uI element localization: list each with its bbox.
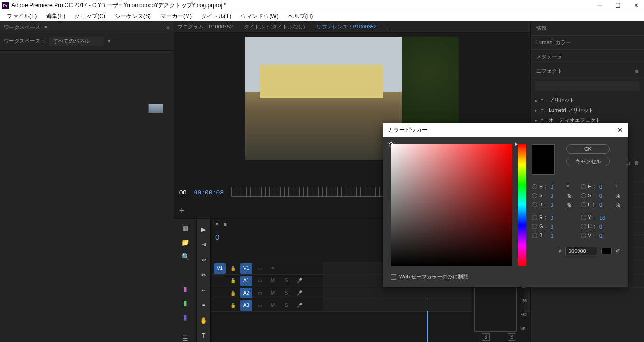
solo-right[interactable]: S: [508, 333, 516, 341]
lock-icon[interactable]: 🔒: [227, 300, 239, 311]
effects-search-input[interactable]: [535, 81, 639, 91]
folder-icon[interactable]: 📁: [181, 239, 189, 246]
v-value[interactable]: 0: [599, 233, 614, 239]
add-button-left[interactable]: +: [179, 206, 185, 216]
websafe-checkbox[interactable]: [391, 274, 396, 280]
media-thumbnail[interactable]: [148, 104, 163, 113]
toggle-sync-icon[interactable]: ▭: [253, 300, 266, 311]
radio-h[interactable]: [532, 184, 537, 189]
panel-info[interactable]: 情報: [531, 21, 644, 36]
g-value[interactable]: 0: [551, 224, 565, 230]
effects-lumetri-presets[interactable]: ▸🗀Lumetri プリセット: [535, 105, 639, 115]
panel-menu-icon[interactable]: ≡: [388, 24, 391, 29]
source-v1[interactable]: V1: [214, 263, 226, 274]
voice-over-icon[interactable]: 🎤: [293, 300, 306, 311]
panel-menu-icon[interactable]: ≡: [44, 24, 47, 30]
list-view-icon[interactable]: ☰: [182, 334, 188, 342]
radio-v[interactable]: [581, 233, 586, 238]
l-value[interactable]: 0: [599, 202, 614, 208]
radio-r[interactable]: [532, 215, 537, 220]
track-color-1[interactable]: ▮: [183, 285, 187, 293]
lock-icon[interactable]: 🔒: [227, 276, 239, 286]
panel-menu-icon[interactable]: ≡: [635, 68, 638, 74]
trash-icon[interactable]: 🗑: [634, 160, 639, 166]
u-value[interactable]: 0: [599, 224, 614, 230]
voice-over-icon[interactable]: 🎤: [293, 276, 306, 286]
s2-value[interactable]: 0: [599, 193, 614, 199]
hex-input[interactable]: [565, 247, 597, 255]
mute-button[interactable]: M: [267, 288, 279, 298]
dialog-titlebar[interactable]: カラーピッカー ✕: [383, 123, 628, 137]
b-value[interactable]: 0: [551, 202, 565, 208]
voice-over-icon[interactable]: 🎤: [293, 288, 306, 298]
radio-b[interactable]: [532, 202, 537, 207]
project-icon[interactable]: ▦: [182, 224, 188, 232]
menu-clip[interactable]: クリップ(C): [70, 11, 110, 22]
menu-edit[interactable]: 編集(E): [41, 11, 70, 22]
bb-value[interactable]: 0: [551, 233, 565, 239]
slip-tool[interactable]: ↔: [198, 285, 209, 295]
h2-value[interactable]: 0: [599, 184, 614, 190]
radio-s2[interactable]: [581, 193, 586, 198]
target-v1[interactable]: V1: [240, 263, 252, 274]
menu-window[interactable]: ウィンドウ(W): [236, 11, 283, 22]
tab-title[interactable]: タイトル：(タイトルなし): [244, 23, 305, 30]
lock-icon[interactable]: 🔒: [227, 288, 239, 298]
solo-button[interactable]: S: [280, 300, 292, 311]
solo-button[interactable]: S: [280, 288, 292, 298]
razor-tool[interactable]: ✂: [198, 270, 209, 279]
current-timecode[interactable]: 00:00:08: [194, 189, 224, 196]
workspace-select[interactable]: すべてのパネル: [49, 37, 104, 46]
eyedropper-icon[interactable]: ✐: [616, 248, 620, 254]
timeline-timecode[interactable]: 0: [215, 233, 219, 241]
expand-icon[interactable]: »: [166, 23, 170, 31]
panel-menu-icon[interactable]: ≡: [224, 222, 226, 227]
radio-bb[interactable]: [532, 233, 537, 238]
track-color-2[interactable]: ▮: [183, 299, 187, 307]
radio-u[interactable]: [581, 224, 586, 229]
pen-tool[interactable]: ✒: [198, 300, 209, 310]
close-window-button[interactable]: ✕: [633, 2, 639, 9]
type-tool[interactable]: T: [198, 331, 209, 340]
panel-metadata[interactable]: メタデータ: [531, 50, 644, 64]
s-value[interactable]: 0: [551, 193, 565, 199]
radio-h2[interactable]: [581, 184, 586, 189]
radio-y[interactable]: [581, 215, 586, 220]
effects-presets[interactable]: ▸🗀プリセット: [535, 95, 639, 105]
mute-button[interactable]: M: [267, 300, 279, 311]
picker-cursor[interactable]: [389, 142, 393, 147]
sequence-close-icon[interactable]: ×: [215, 221, 219, 228]
eye-icon[interactable]: 👁: [267, 263, 279, 274]
tab-program[interactable]: プログラム：P1000352: [177, 23, 233, 30]
toggle-sync-icon[interactable]: ▭: [253, 276, 266, 286]
saturation-value-picker[interactable]: [391, 144, 512, 266]
hand-tool[interactable]: ✋: [198, 315, 209, 325]
dialog-close-icon[interactable]: ✕: [617, 126, 623, 134]
ok-button[interactable]: OK: [566, 144, 610, 154]
menu-marker[interactable]: マーカー(M): [156, 11, 196, 22]
toggle-sync-icon[interactable]: ▭: [253, 263, 266, 274]
track-color-3[interactable]: ▮: [183, 314, 187, 321]
mute-button[interactable]: M: [267, 276, 279, 286]
chevron-down-icon[interactable]: ▾: [108, 38, 111, 44]
selection-tool[interactable]: ▶: [198, 224, 209, 234]
search-icon[interactable]: 🔍: [181, 253, 189, 260]
radio-g[interactable]: [532, 224, 537, 229]
panel-effects[interactable]: エフェクト≡: [531, 64, 644, 78]
track-select-tool[interactable]: ⇥: [198, 240, 209, 249]
menu-title[interactable]: タイトル(T): [196, 11, 236, 22]
cancel-button[interactable]: キャンセル: [566, 157, 610, 166]
maximize-button[interactable]: ☐: [615, 2, 621, 9]
menu-file[interactable]: ファイル(F): [2, 11, 41, 22]
ripple-edit-tool[interactable]: ⇔: [198, 255, 209, 264]
toggle-sync-icon[interactable]: ▭: [253, 288, 266, 298]
radio-l[interactable]: [581, 202, 586, 207]
target-a1[interactable]: A1: [240, 276, 252, 286]
minimize-button[interactable]: ─: [597, 2, 603, 9]
h-value[interactable]: 0: [551, 184, 565, 190]
target-a3[interactable]: A3: [240, 300, 252, 311]
panel-lumetri[interactable]: Lumetri カラー: [531, 36, 644, 50]
solo-left[interactable]: S: [482, 333, 490, 341]
menu-help[interactable]: ヘルプ(H): [283, 11, 318, 22]
y-value[interactable]: 16: [599, 215, 614, 221]
